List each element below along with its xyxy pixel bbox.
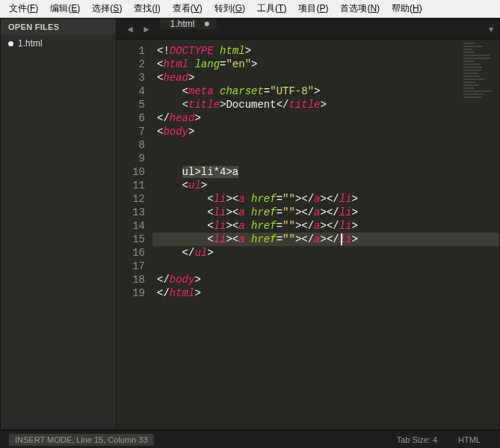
menu-s[interactable]: 选择(S) [86, 0, 128, 17]
code-line[interactable]: </body> [152, 273, 499, 286]
line-number: 18 [117, 273, 145, 286]
menu-g[interactable]: 转到(G) [209, 0, 251, 17]
tab-label: 1.html [170, 19, 195, 29]
menu-v[interactable]: 查看(V) [167, 0, 209, 17]
code-line[interactable]: ul>li*4>a [152, 165, 499, 179]
tab-1-html[interactable]: 1.html [160, 19, 217, 29]
line-number: 6 [117, 111, 145, 125]
status-tab-size[interactable]: Tab Size: 4 [386, 435, 448, 444]
line-number: 13 [117, 206, 145, 219]
code-line[interactable]: <meta charset="UTF-8"> [152, 85, 499, 98]
sidebar: OPEN FILES 1.html [1, 19, 117, 429]
line-number: 17 [117, 260, 145, 273]
line-number: 11 [117, 179, 145, 192]
status-mode[interactable]: INSERT MODE, Line 15, Column 33 [9, 434, 154, 446]
code-line[interactable] [152, 152, 499, 165]
code-line[interactable]: <!DOCTYPE html> [152, 44, 499, 58]
line-number-gutter: 12345678910111213141516171819 [117, 40, 152, 429]
code-line[interactable]: </head> [152, 111, 499, 125]
line-number: 19 [117, 286, 145, 300]
line-number: 8 [117, 138, 145, 152]
main-container: OPEN FILES 1.html ◄ ► 1.html ▾ 123456789… [0, 18, 500, 430]
code-line[interactable]: <li><a href=""></a></li> [152, 192, 499, 206]
code-line[interactable] [152, 260, 499, 273]
code-line[interactable]: <title>Document</title> [152, 98, 499, 111]
tab-dirty-dot-icon [205, 22, 209, 26]
menu-n[interactable]: 首选项(N) [334, 0, 386, 17]
code-editor[interactable]: 12345678910111213141516171819 <!DOCTYPE … [117, 40, 499, 429]
tab-prev-button[interactable]: ◄ [123, 22, 138, 36]
menu-t[interactable]: 工具(T) [251, 0, 292, 17]
code-line[interactable]: </html> [152, 286, 499, 300]
tab-bar: ◄ ► 1.html ▾ [117, 19, 499, 40]
code-line[interactable]: <li><a href=""></a></li> [152, 233, 499, 246]
line-number: 3 [117, 71, 145, 85]
dirty-dot-icon [8, 41, 13, 46]
open-files-header: OPEN FILES [1, 19, 116, 35]
open-file-item[interactable]: 1.html [1, 35, 116, 52]
line-number: 12 [117, 192, 145, 206]
line-number: 15 [117, 233, 145, 246]
code-line[interactable]: <body> [152, 125, 499, 138]
status-bar: INSERT MODE, Line 15, Column 33 Tab Size… [0, 430, 500, 448]
code-line[interactable]: <ul> [152, 179, 499, 192]
menu-f[interactable]: 文件(F) [3, 0, 44, 17]
open-file-label: 1.html [18, 38, 43, 49]
menu-p[interactable]: 项目(P) [292, 0, 334, 17]
line-number: 5 [117, 98, 145, 111]
tab-dropdown-button[interactable]: ▾ [483, 19, 499, 39]
line-number: 16 [117, 246, 145, 260]
menu-h[interactable]: 帮助(H) [386, 0, 428, 17]
line-number: 9 [117, 152, 145, 165]
code-line[interactable]: <li><a href=""></a></li> [152, 219, 499, 233]
line-number: 2 [117, 58, 145, 71]
line-number: 10 [117, 165, 145, 179]
code-content[interactable]: <!DOCTYPE html><html lang="en"><head> <m… [152, 40, 499, 429]
editor-area: ◄ ► 1.html ▾ 123456789101112131415161718… [117, 19, 499, 429]
code-line[interactable] [152, 138, 499, 152]
code-line[interactable]: <head> [152, 71, 499, 85]
code-line[interactable]: <li><a href=""></a></li> [152, 206, 499, 219]
line-number: 4 [117, 85, 145, 98]
text-cursor [341, 233, 342, 245]
code-line[interactable]: </ul> [152, 246, 499, 260]
menu-i[interactable]: 查找(I) [128, 0, 166, 17]
menu-e[interactable]: 编辑(E) [44, 0, 86, 17]
tab-nav: ◄ ► [120, 19, 157, 39]
line-number: 1 [117, 44, 145, 58]
menubar: 文件(F)编辑(E)选择(S)查找(I)查看(V)转到(G)工具(T)项目(P)… [0, 0, 500, 18]
code-line[interactable]: <html lang="en"> [152, 58, 499, 71]
line-number: 14 [117, 219, 145, 233]
line-number: 7 [117, 125, 145, 138]
tab-next-button[interactable]: ► [139, 22, 154, 36]
status-language[interactable]: HTML [448, 435, 491, 444]
